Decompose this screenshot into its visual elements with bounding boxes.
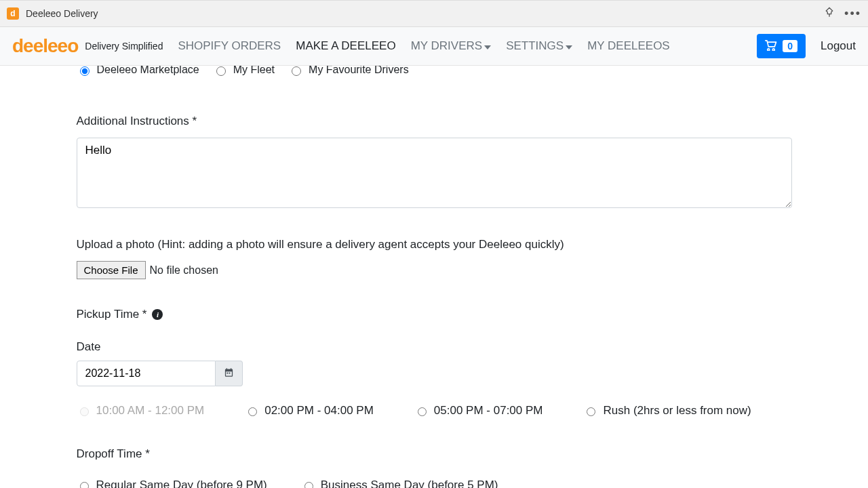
more-icon[interactable]: •••: [844, 7, 861, 20]
instructions-textarea[interactable]: [77, 138, 792, 208]
chevron-down-icon: [566, 39, 572, 53]
instructions-label: Additional Instructions *: [77, 115, 792, 128]
deliver-with-row-cutoff: Deeleeo Marketplace My Fleet My Favourit…: [77, 66, 792, 83]
radio-my-fleet[interactable]: My Fleet: [213, 66, 275, 76]
slot-label: Business Same Day (before 5 PM): [321, 479, 498, 488]
slot-5-7-radio[interactable]: [418, 407, 427, 416]
radio-deeleeo-marketplace-input[interactable]: [80, 66, 90, 76]
nav-my-deeleeos[interactable]: MY DEELEEOS: [587, 39, 670, 53]
slot-rush-radio[interactable]: [587, 407, 595, 416]
choose-file-button[interactable]: Choose File: [77, 261, 146, 279]
slot-label: Regular Same Day (before 9 PM): [96, 479, 267, 488]
dropoff-business[interactable]: Business Same Day (before 5 PM): [301, 479, 498, 488]
radio-deeleeo-marketplace[interactable]: Deeleeo Marketplace: [77, 66, 199, 76]
file-chosen-status: No file chosen: [150, 264, 218, 277]
slot-10-12-radio: [80, 407, 89, 416]
cart-count-badge: 0: [783, 40, 797, 52]
brand-tagline: Delivery Simplified: [85, 41, 163, 52]
nav-settings[interactable]: SETTINGS: [506, 39, 572, 54]
radio-my-favourite-drivers-input[interactable]: [292, 66, 301, 76]
browser-tab-bar: d Deeleeo Delivery •••: [0, 0, 868, 27]
pickup-time-label: Pickup Time *: [77, 308, 147, 321]
slot-label: Rush (2hrs or less from now): [603, 404, 751, 418]
slot-5-7[interactable]: 05:00 PM - 07:00 PM: [414, 404, 543, 418]
slot-label: 02:00 PM - 04:00 PM: [264, 404, 374, 418]
date-label: Date: [77, 340, 792, 354]
slot-label: 05:00 PM - 07:00 PM: [434, 404, 543, 418]
radio-my-fleet-input[interactable]: [216, 66, 226, 76]
radio-label: My Favourite Drivers: [309, 66, 409, 76]
nav-make-a-deeleeo[interactable]: MAKE A DEELEEO: [296, 39, 395, 53]
pin-icon[interactable]: [824, 7, 835, 20]
radio-my-favourite-drivers[interactable]: My Favourite Drivers: [288, 66, 409, 76]
slot-rush[interactable]: Rush (2hrs or less from now): [583, 404, 751, 418]
slot-label: 10:00 AM - 12:00 PM: [96, 404, 205, 418]
radio-label: Deeleeo Marketplace: [97, 66, 199, 76]
brand-logo: deeleeo: [12, 35, 78, 57]
dropoff-regular-radio[interactable]: [80, 482, 89, 488]
nav-shopify-orders[interactable]: SHOPIFY ORDERS: [178, 39, 281, 53]
calendar-icon: [224, 367, 234, 380]
chevron-down-icon: [484, 39, 491, 53]
tab-title: Deeleeo Delivery: [26, 8, 98, 19]
cart-icon: [765, 40, 777, 53]
info-icon[interactable]: i: [152, 309, 163, 320]
app-navbar: deeleeo Delivery Simplified SHOPIFY ORDE…: [0, 27, 868, 66]
logout-link[interactable]: Logout: [821, 39, 856, 53]
upload-photo-label: Upload a photo (Hint: adding a photo wil…: [77, 238, 792, 251]
slot-10-12: 10:00 AM - 12:00 PM: [77, 404, 205, 418]
slot-2-4[interactable]: 02:00 PM - 04:00 PM: [245, 404, 374, 418]
slot-2-4-radio[interactable]: [248, 407, 257, 416]
radio-label: My Fleet: [233, 66, 275, 76]
date-input[interactable]: [77, 361, 216, 386]
dropoff-regular[interactable]: Regular Same Day (before 9 PM): [77, 479, 267, 488]
nav-my-drivers[interactable]: MY DRIVERS: [411, 39, 492, 54]
favicon: d: [7, 7, 19, 20]
cart-button[interactable]: 0: [757, 34, 806, 58]
dropoff-time-label: Dropoff Time *: [77, 447, 792, 461]
calendar-button[interactable]: [216, 361, 243, 386]
dropoff-business-radio[interactable]: [304, 482, 313, 488]
